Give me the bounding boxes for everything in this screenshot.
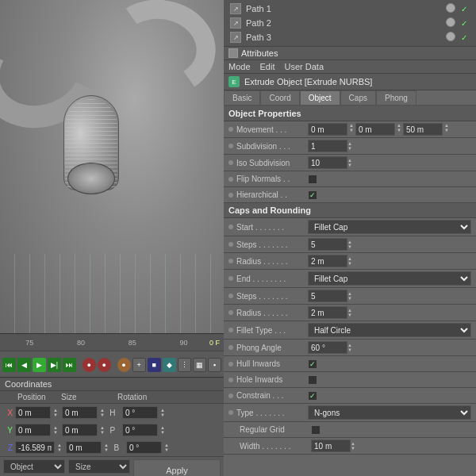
transport-cam[interactable]: ◆ [163, 358, 176, 372]
transport-play[interactable]: ▶ [33, 358, 46, 372]
size-y-input[interactable] [62, 424, 98, 436]
prop-dot-type [228, 410, 233, 415]
pos-y-input[interactable] [15, 424, 51, 436]
movement-x-spin[interactable]: ▲▼ [349, 123, 354, 136]
pos-z-input[interactable] [15, 441, 55, 454]
timeline-bar: 75 80 85 90 0 F [0, 334, 224, 351]
subdivision-input[interactable] [308, 140, 347, 152]
transport-record[interactable]: ● [83, 358, 96, 372]
fillet-dropdown[interactable]: Half Circle [308, 323, 471, 337]
transport-cube[interactable]: ■ [148, 358, 161, 372]
type-dropdown[interactable]: N-gons [308, 405, 471, 420]
transport-end[interactable]: ⏭ [63, 358, 76, 372]
radius-end-spin[interactable]: ▲▼ [347, 308, 352, 317]
axis-x: X [3, 409, 13, 417]
regular-grid-checkbox[interactable] [311, 425, 321, 435]
prop-dot-hole [228, 378, 233, 382]
rot-h-input[interactable] [122, 406, 158, 419]
pos-y-spin[interactable]: ▲▼ [53, 425, 58, 435]
prop-start: Start . . . . . . . Fillet Cap [224, 218, 476, 236]
subdivision-spin[interactable]: ▲▼ [347, 141, 352, 151]
end-dropdown[interactable]: Fillet Cap [308, 271, 471, 286]
grid-lines [0, 254, 224, 333]
scene-background [0, 0, 224, 333]
steps-end-spin[interactable]: ▲▼ [347, 291, 352, 301]
tab-basic[interactable]: Basic [224, 90, 260, 105]
menu-user-data[interactable]: User Data [285, 62, 324, 71]
object-list: ↗ Path 1 ✓ ↗ Path 2 ✓ ↗ Path 3 ✓ [224, 0, 476, 47]
iso-input[interactable] [308, 156, 347, 169]
tab-caps[interactable]: Caps [340, 90, 376, 105]
transport-layout[interactable]: ▦ [193, 358, 206, 372]
size-z-input[interactable] [66, 441, 102, 454]
radius-start-spin[interactable]: ▲▼ [347, 256, 352, 266]
prop-flip-normals: Flip Normals . . [224, 171, 476, 187]
tab-coord[interactable]: Coord [260, 90, 299, 105]
hull-inwards-checkbox[interactable] [308, 359, 317, 369]
rot-b-spin[interactable]: ▲▼ [164, 443, 169, 452]
rot-b-input[interactable] [126, 441, 162, 454]
prop-label-movement: Movement . . . [236, 125, 308, 134]
prop-label-regular: Regular Grid [240, 425, 311, 434]
pos-x-input[interactable] [15, 406, 51, 419]
hierarchical-checkbox[interactable] [308, 190, 317, 200]
size-x-spin[interactable]: ▲▼ [100, 408, 105, 417]
flip-normals-checkbox[interactable] [308, 175, 317, 184]
pos-z-spin[interactable]: ▲▼ [57, 443, 62, 452]
start-dropdown[interactable]: Fillet Cap [308, 220, 471, 234]
menu-mode[interactable]: Mode [228, 62, 251, 71]
size-y-spin[interactable]: ▲▼ [100, 425, 105, 435]
transport-extra[interactable]: ▪ [208, 358, 221, 372]
transport-grid[interactable]: ⋮ [178, 358, 191, 372]
movement-y-spin[interactable]: ▲▼ [397, 123, 401, 136]
apply-button[interactable]: Apply [133, 459, 221, 476]
col-size: Size [61, 393, 105, 401]
width-input[interactable] [311, 440, 351, 452]
phong-input[interactable] [308, 341, 347, 354]
transport-stop[interactable]: ● [98, 358, 111, 372]
prop-dot-phong [228, 345, 233, 350]
transport-keyframe[interactable]: ● [117, 358, 131, 372]
movement-z[interactable] [403, 123, 443, 136]
movement-y[interactable] [355, 123, 395, 136]
iso-spin[interactable]: ▲▼ [347, 158, 352, 167]
prop-width: Width . . . . . . . ▲▼ [224, 438, 476, 455]
coord-type-dropdown[interactable]: Object [3, 459, 65, 474]
section-object-props: Object Properties [224, 106, 476, 121]
radius-end-input[interactable] [308, 306, 347, 319]
list-item-path2: ↗ Path 2 ✓ [224, 16, 476, 30]
movement-x[interactable] [308, 123, 347, 136]
size-x-input[interactable] [62, 406, 98, 419]
size-type-dropdown[interactable]: Size [68, 459, 130, 474]
movement-z-spin[interactable]: ▲▼ [444, 123, 449, 136]
rot-p-spin[interactable]: ▲▼ [160, 425, 165, 435]
prop-dot-radius-start [228, 259, 233, 263]
steps-start-spin[interactable]: ▲▼ [347, 240, 352, 249]
hole-inwards-checkbox[interactable] [308, 375, 317, 385]
prop-label-hull: Hull Inwards [236, 359, 308, 368]
constrain-checkbox[interactable] [308, 391, 317, 401]
radius-start-input[interactable] [308, 255, 347, 267]
tab-object[interactable]: Object [300, 90, 340, 105]
prop-radius-end: Radius . . . . . . ▲▼ [224, 305, 476, 321]
transport-prev[interactable]: ◀ [17, 358, 31, 372]
path3-icon: ↗ [230, 32, 241, 43]
width-spin[interactable]: ▲▼ [351, 441, 355, 451]
tab-phong[interactable]: Phong [376, 90, 416, 105]
prop-steps-start: Steps . . . . . . . ▲▼ [224, 236, 476, 253]
path2-check: ✓ [459, 17, 470, 29]
rot-h-spin[interactable]: ▲▼ [160, 408, 165, 417]
rot-p-input[interactable] [122, 424, 158, 436]
phong-spin[interactable]: ▲▼ [347, 343, 352, 352]
axis-z: Z [3, 443, 13, 452]
prop-label-iso: Iso Subdivision [236, 159, 308, 167]
transport-next[interactable]: ▶| [48, 358, 61, 372]
size-z-spin[interactable]: ▲▼ [104, 443, 109, 452]
pos-x-spin[interactable]: ▲▼ [53, 408, 58, 417]
transport-add[interactable]: + [132, 358, 146, 372]
menu-edit[interactable]: Edit [260, 62, 275, 71]
steps-end-input[interactable] [308, 290, 347, 302]
transport-begin[interactable]: ⏮ [2, 358, 16, 372]
steps-start-input[interactable] [308, 238, 347, 251]
prop-label-steps-end: Steps . . . . . . . [236, 292, 308, 301]
